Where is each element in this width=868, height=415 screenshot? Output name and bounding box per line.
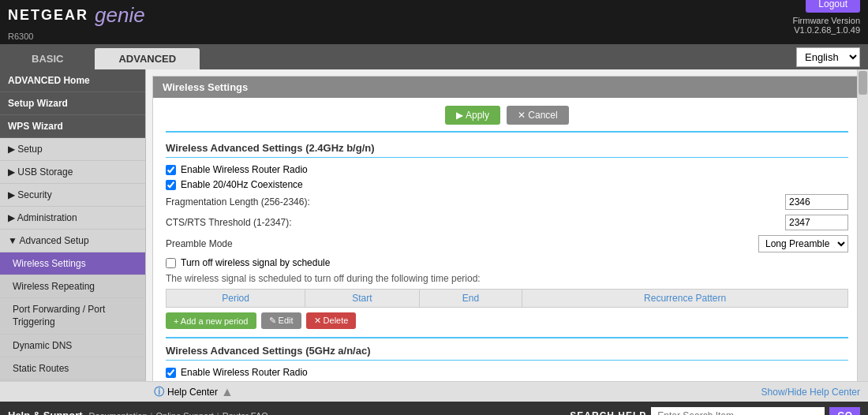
enable-radio-row-24: Enable Wireless Router Radio [166,164,848,175]
header-right: Logout Firmware Version V1.0.2.68_1.0.49 [792,0,860,35]
cts-rts-label-24: CTS/RTS Threshold (1-2347): [166,217,785,228]
content-area: Wireless Settings ▶ Apply ✕ Cancel Wirel… [146,69,868,381]
content-title: Wireless Settings [153,77,861,98]
content-panel: Wireless Settings ▶ Apply ✕ Cancel Wirel… [152,76,862,381]
fragmentation-label-24: Fragmentation Length (256-2346): [166,196,785,208]
search-input[interactable] [651,407,825,416]
fragmentation-input-24[interactable] [785,194,848,210]
enable-coexistence-row: Enable 20/40Hz Coexistence [166,179,848,190]
sidebar-item-port-forwarding[interactable]: Port Forwarding / Port Triggering [0,298,145,335]
scrollbar[interactable] [857,69,868,381]
sidebar-item-security[interactable]: ▶ Security [0,184,145,207]
firmware-info: Firmware Version V1.0.2.68_1.0.49 [792,16,860,35]
sidebar-item-usb-storage[interactable]: ▶ USB Storage [0,161,145,184]
edit-button[interactable]: ✎ Edit [261,312,301,329]
section-24ghz-title: Wireless Advanced Settings (2.4GHz b/g/n… [166,142,848,158]
help-center-icon: ⓘ [154,385,164,399]
sidebar-item-remote-management[interactable]: Remote Management [0,380,145,381]
footer-right: SEARCH HELP GO [570,407,860,416]
col-period: Period [166,290,305,308]
enable-radio-checkbox-5[interactable] [166,368,176,378]
sidebar-item-advanced-setup[interactable]: ▼ Advanced Setup [0,230,145,252]
delete-button[interactable]: ✕ Delete [306,312,357,329]
section-5ghz: Wireless Advanced Settings (5GHz a/n/ac)… [166,337,848,381]
enable-coexistence-label: Enable 20/40Hz Coexistence [181,179,303,190]
sidebar-item-administration[interactable]: ▶ Administration [0,207,145,230]
col-recurrence: Recurrence Pattern [522,290,848,308]
sidebar-item-wireless-settings[interactable]: Wireless Settings [0,252,145,275]
footer: Help & Support Documentation | Online Su… [0,402,868,415]
footer-links: Documentation | Online Support | Router … [89,411,268,416]
col-start: Start [305,290,419,308]
sidebar-item-setup-wizard[interactable]: Setup Wizard [0,92,145,115]
help-center-left: ⓘ Help Center ▲ [8,385,234,399]
col-end: End [419,290,522,308]
sidebar: ADVANCED Home Setup Wizard WPS Wizard ▶ … [0,69,146,381]
logout-button[interactable]: Logout [806,0,860,13]
logo-genie: genie [95,3,145,28]
help-bar: ⓘ Help Center ▲ Show/Hide Help Center [0,381,868,402]
scrollbar-thumb[interactable] [859,71,867,95]
logo-area: NETGEAR genie [8,3,145,28]
apply-button[interactable]: ▶ Apply [445,106,500,125]
online-support-link[interactable]: Online Support [155,411,213,416]
enable-coexistence-checkbox[interactable] [166,180,176,190]
footer-left: Help & Support Documentation | Online Su… [8,409,268,415]
enable-radio-label-24: Enable Wireless Router Radio [181,164,308,175]
settings-content: ▶ Apply ✕ Cancel Wireless Advanced Setti… [153,98,861,381]
sidebar-item-static-routes[interactable]: Static Routes [0,357,145,380]
preamble-label: Preamble Mode [166,238,758,249]
schedule-actions: + Add a new period ✎ Edit ✕ Delete [166,312,848,329]
cts-rts-input-24[interactable] [785,215,848,230]
schedule-label: Turn off wireless signal by schedule [181,257,330,268]
search-help-label: SEARCH HELP [570,410,646,416]
sidebar-item-advanced-home[interactable]: ADVANCED Home [0,69,145,92]
schedule-checkbox-row: Turn off wireless signal by schedule [166,257,848,268]
add-period-button[interactable]: + Add a new period [166,312,256,329]
tab-advanced[interactable]: ADVANCED [95,48,200,69]
preamble-row: Preamble Mode Long Preamble Short Preamb… [166,235,848,252]
fragmentation-row-24: Fragmentation Length (256-2346): [166,194,848,210]
section-24ghz: Wireless Advanced Settings (2.4GHz b/g/n… [166,142,848,329]
help-chevron-icon: ▲ [221,385,234,399]
schedule-table: Period Start End Recurrence Pattern [166,289,848,308]
language-selector-wrapper[interactable]: English French German Spanish [796,47,860,67]
enable-radio-label-5: Enable Wireless Router Radio [181,367,308,378]
sidebar-item-wps-wizard[interactable]: WPS Wizard [0,115,145,138]
model-label: R6300 [8,32,33,41]
cts-rts-row-24: CTS/RTS Threshold (1-2347): [166,215,848,230]
sidebar-item-setup[interactable]: ▶ Setup [0,138,145,161]
sidebar-item-dynamic-dns[interactable]: Dynamic DNS [0,335,145,357]
enable-radio-row-5: Enable Wireless Router Radio [166,367,848,378]
schedule-note: The wireless signal is scheduled to turn… [166,273,848,284]
sidebar-item-wireless-repeating[interactable]: Wireless Repeating [0,275,145,298]
logo-netgear: NETGEAR [8,7,88,24]
router-faq-link[interactable]: Router FAQ [223,411,268,416]
documentation-link[interactable]: Documentation [89,411,148,416]
help-center-label: Help Center [167,387,218,398]
cancel-button[interactable]: ✕ Cancel [507,106,569,125]
enable-radio-checkbox-24[interactable] [166,165,176,175]
go-button[interactable]: GO [829,407,860,416]
show-hide-link[interactable]: Show/Hide Help Center [761,387,860,398]
help-support-label: Help & Support [8,409,83,415]
language-select[interactable]: English French German Spanish [796,47,860,67]
preamble-select[interactable]: Long Preamble Short Preamble Auto [758,235,848,252]
schedule-checkbox[interactable] [166,258,176,268]
action-bar: ▶ Apply ✕ Cancel [166,106,848,133]
section-5ghz-title: Wireless Advanced Settings (5GHz a/n/ac) [166,345,848,361]
tab-basic[interactable]: BASIC [0,48,95,69]
